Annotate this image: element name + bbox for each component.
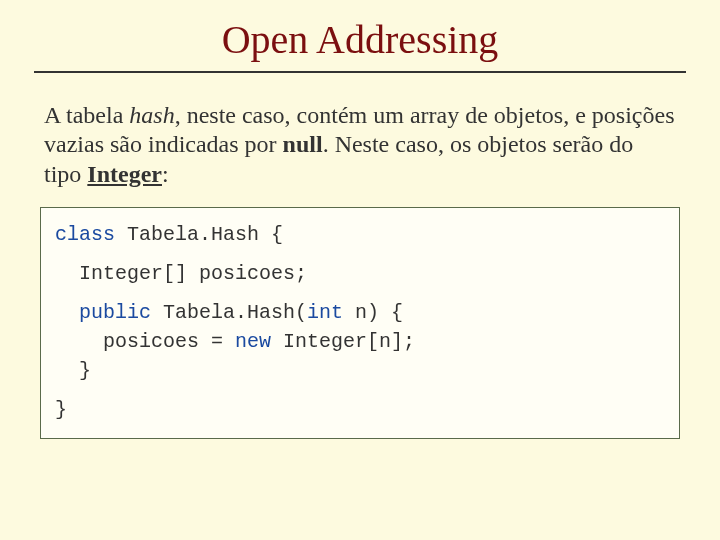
code-blank-line — [55, 385, 665, 395]
code-line: } — [55, 395, 665, 424]
code-text: Tabela.Hash { — [115, 223, 283, 246]
code-blank-line — [55, 288, 665, 298]
text-fragment: A tabela — [44, 102, 129, 128]
code-text: Tabela.Hash( — [151, 301, 307, 324]
code-text: } — [55, 359, 91, 382]
code-blank-line — [55, 249, 665, 259]
code-text: Integer[] posicoes; — [55, 262, 307, 285]
slide-title: Open Addressing — [40, 16, 680, 71]
title-underline — [34, 71, 686, 73]
code-line: class Tabela.Hash { — [55, 220, 665, 249]
code-line: } — [55, 356, 665, 385]
code-line: public Tabela.Hash(int n) { — [55, 298, 665, 327]
keyword-new: new — [235, 330, 271, 353]
code-line: posicoes = new Integer[n]; — [55, 327, 665, 356]
code-block: class Tabela.Hash { Integer[] posicoes; … — [40, 207, 680, 439]
code-line: Integer[] posicoes; — [55, 259, 665, 288]
bold-underline-integer: Integer — [87, 161, 162, 187]
code-text: n) { — [343, 301, 403, 324]
keyword-int: int — [307, 301, 343, 324]
body-paragraph: A tabela hash, neste caso, contém um arr… — [44, 101, 676, 189]
keyword-public: public — [55, 301, 151, 324]
code-text: posicoes = — [55, 330, 235, 353]
code-text: } — [55, 398, 67, 421]
keyword-class: class — [55, 223, 115, 246]
code-text: Integer[n]; — [271, 330, 415, 353]
italic-hash: hash — [129, 102, 174, 128]
bold-null: null — [283, 131, 323, 157]
text-fragment: : — [162, 161, 169, 187]
